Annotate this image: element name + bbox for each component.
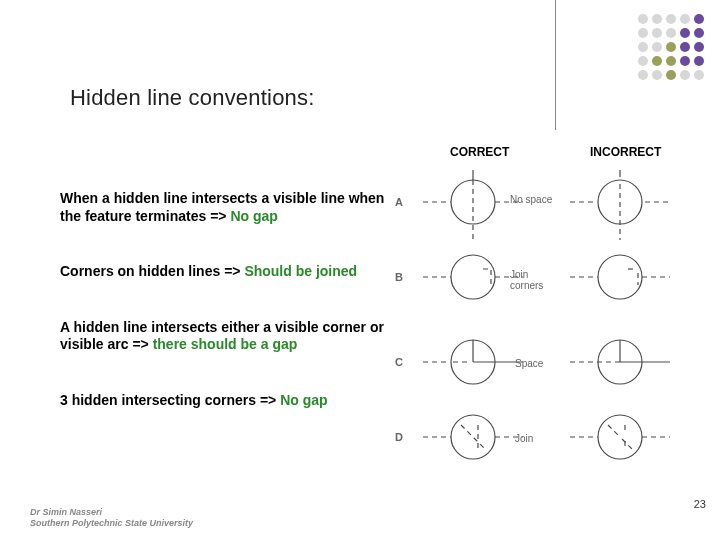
- diagram-c-incorrect: [570, 330, 670, 400]
- header-correct: CORRECT: [450, 145, 509, 159]
- label-a: A: [395, 196, 403, 208]
- row-a: A No space: [395, 170, 700, 240]
- caption-b: Join corners: [510, 269, 560, 291]
- rule-d-emph: No gap: [280, 392, 327, 408]
- label-b: B: [395, 271, 403, 283]
- row-b: B Join corners: [395, 245, 700, 315]
- page-number: 23: [694, 498, 706, 510]
- slide-title: Hidden line conventions:: [70, 85, 315, 111]
- label-d: D: [395, 431, 403, 443]
- rule-d-text: 3 hidden intersecting corners =>: [60, 392, 280, 408]
- svg-point-32: [598, 415, 642, 459]
- svg-point-13: [598, 255, 642, 299]
- rule-c: A hidden line intersects either a visibl…: [60, 319, 390, 354]
- rule-b: Corners on hidden lines => Should be joi…: [60, 263, 390, 281]
- diagram-a-incorrect: [570, 170, 670, 240]
- diagram-a-correct: [423, 170, 523, 240]
- footer: Dr Simin Nasseri Southern Polytechnic St…: [30, 507, 193, 528]
- svg-line-35: [608, 425, 618, 435]
- svg-point-10: [451, 255, 495, 299]
- diagram-c-correct: [423, 330, 523, 400]
- diagram-d-incorrect: [570, 405, 670, 475]
- rule-a-text: When a hidden line intersects a visible …: [60, 190, 384, 224]
- svg-line-30: [461, 425, 485, 449]
- caption-a: No space: [510, 194, 555, 205]
- header-divider: [555, 0, 556, 130]
- footer-affiliation: Southern Polytechnic State University: [30, 518, 193, 528]
- label-c: C: [395, 356, 403, 368]
- rule-b-emph: Should be joined: [244, 263, 357, 279]
- caption-d: Join: [515, 433, 533, 444]
- svg-line-36: [622, 439, 632, 449]
- diagram-b-incorrect: [570, 245, 670, 315]
- diagram-b-correct: [423, 245, 523, 315]
- corner-dot-grid: [638, 14, 706, 82]
- header-incorrect: INCORRECT: [590, 145, 661, 159]
- rule-b-text: Corners on hidden lines =>: [60, 263, 244, 279]
- row-c: C Space: [395, 330, 700, 400]
- rule-a: When a hidden line intersects a visible …: [60, 190, 390, 225]
- diagram-d-correct: [423, 405, 523, 475]
- row-d: D Join: [395, 405, 700, 475]
- rule-a-emph: No gap: [230, 208, 277, 224]
- figure-panel: CORRECT INCORRECT A No space B Join c: [395, 145, 700, 475]
- footer-author: Dr Simin Nasseri: [30, 507, 193, 517]
- rule-c-emph: there should be a gap: [153, 336, 298, 352]
- rule-d: 3 hidden intersecting corners => No gap: [60, 392, 390, 410]
- caption-c: Space: [515, 358, 543, 369]
- rules-list: When a hidden line intersects a visible …: [60, 190, 390, 409]
- svg-point-27: [451, 415, 495, 459]
